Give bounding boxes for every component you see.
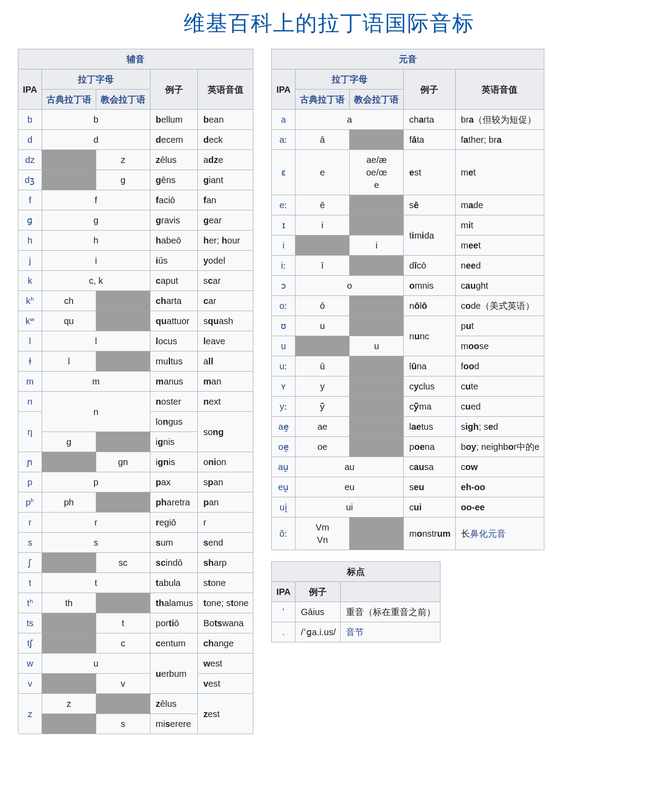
example-cell: regiō [150, 513, 197, 533]
ecclesiastic-link-v[interactable]: 教会拉丁语 [354, 94, 399, 104]
na-cell [42, 613, 96, 633]
eccles-cell: v [96, 674, 150, 694]
table-row: tʰththalamustone; stone [18, 593, 253, 613]
desc-cell: 重音（标在重音之前） [341, 602, 440, 622]
example-cell: nunc [404, 316, 455, 356]
english-cell: scar [198, 271, 253, 291]
eccles-cell: c [96, 633, 150, 654]
latin-cell: p [42, 472, 150, 492]
example-cell: lūna [404, 356, 455, 376]
example-cell: scindō [150, 553, 197, 573]
ipa-cell: d [18, 130, 42, 150]
table-row: aːāfātafather; bra [272, 130, 544, 150]
english-cell: fan [198, 190, 253, 210]
english-cell: cow [455, 457, 544, 477]
table-row: ˈGāius重音（标在重音之前） [272, 602, 440, 622]
na-cell [350, 517, 404, 550]
marks-header: 标点 [272, 562, 440, 582]
table-row: yːȳcȳmacued [272, 397, 544, 417]
th-english-v: 英语音值 [455, 69, 544, 110]
nasal-vowel-link[interactable]: 鼻化元音 [470, 529, 506, 538]
ipa-cell: ɲ [18, 452, 42, 472]
english-cell: giant [198, 170, 253, 190]
classical-cell: e [295, 150, 350, 195]
ipa-cell: f [18, 190, 42, 210]
vowels-table: 元音 IPA 拉丁字母 例子 英语音值 古典拉丁语 教会拉丁语 aacharta… [271, 49, 544, 550]
ipa-cell: h [18, 231, 42, 251]
ipa-cell: p [18, 472, 42, 492]
english-cell: eh-oo [455, 477, 544, 497]
example-cell: sē [404, 195, 455, 215]
example-cell: pharetra [150, 492, 197, 513]
ecclesiastic-link[interactable]: 教会拉丁语 [101, 94, 145, 104]
na-cell [96, 311, 150, 331]
latin-cell: h [42, 231, 150, 251]
english-cell: stone [198, 573, 253, 593]
th-classical: 古典拉丁语 [42, 90, 96, 110]
english-cell: send [198, 533, 253, 553]
english-cell: mit [455, 215, 544, 235]
ipa-cell: w [18, 654, 42, 674]
table-row: zzzēluszest [18, 694, 253, 714]
english-cell: song [198, 412, 253, 452]
consonants-header: 辅音 [18, 49, 253, 69]
ipa-cell: ˈ [272, 602, 295, 622]
english-cell: change [198, 633, 253, 654]
example-cell: thalamus [150, 593, 197, 613]
english-cell: all [198, 351, 253, 372]
example-cell: gravis [150, 210, 197, 231]
th-english: 英语音值 [198, 69, 253, 110]
syllable-link[interactable]: 音节 [346, 627, 364, 637]
table-row: pppaxspan [18, 472, 253, 492]
ipa-cell: v [18, 674, 42, 694]
english-cell: boy; neighbor中的e [455, 437, 544, 457]
th-blank-m [341, 582, 440, 602]
table-row: aachartabra（但较为短促） [272, 110, 544, 130]
na-cell [295, 235, 350, 256]
eccles-cell: z [96, 150, 150, 170]
table-row: iːīdīcōneed [272, 256, 544, 276]
classical-link-v[interactable]: 古典拉丁语 [300, 94, 345, 104]
classical-link[interactable]: 古典拉丁语 [47, 94, 91, 104]
ipa-cell: ts [18, 613, 42, 633]
classical-cell: ū [295, 356, 350, 376]
english-cell: tone; stone [198, 593, 253, 613]
vowels-header: 元音 [272, 49, 544, 69]
consonants-link[interactable]: 辅音 [127, 54, 145, 64]
page-title: 维基百科上的拉丁语国际音标 [18, 9, 640, 38]
ipa-cell: b [18, 110, 42, 130]
latin-cell: ui [295, 497, 404, 517]
example-cell: fāta [404, 130, 455, 150]
table-row: sssumsend [18, 533, 253, 553]
example-cell: longus [150, 412, 197, 432]
english-cell: next [198, 392, 253, 412]
example-cell: decem [150, 130, 197, 150]
example-cell: iūs [150, 251, 197, 271]
latin-link-v[interactable]: 拉丁字母 [332, 74, 367, 84]
latin-cell: eu [295, 477, 404, 497]
example-cell: manus [150, 372, 197, 392]
eccles-cell: i [350, 235, 404, 256]
vowels-link[interactable]: 元音 [399, 54, 417, 64]
table-row: õːVmVnmonstrum长鼻化元音 [272, 517, 544, 550]
example-cell: cyclus [404, 376, 455, 397]
marks-table: 标点 IPA 例子 ˈGāius重音（标在重音之前）./ˈɡa.i.us/音节 [271, 561, 440, 642]
english-cell: met [455, 150, 544, 195]
english-cell: sharp [198, 553, 253, 573]
latin-link[interactable]: 拉丁字母 [78, 74, 114, 84]
ipa-cell: pʰ [18, 492, 42, 513]
english-cell: r [198, 513, 253, 533]
ipa-cell: a [272, 110, 295, 130]
english-cell: leave [198, 331, 253, 351]
eccles-cell: g [96, 170, 150, 190]
classical-cell: ch [42, 291, 96, 311]
english-cell: put [455, 316, 544, 336]
example-cell: caput [150, 271, 197, 291]
table-row: wuuerbumwest [18, 654, 253, 674]
table-row: ʊununcput [272, 316, 544, 336]
na-cell [42, 714, 96, 734]
na-cell [96, 351, 150, 372]
english-cell: car [198, 291, 253, 311]
ipa-cell: j [18, 251, 42, 271]
classical-cell: l [42, 351, 96, 372]
